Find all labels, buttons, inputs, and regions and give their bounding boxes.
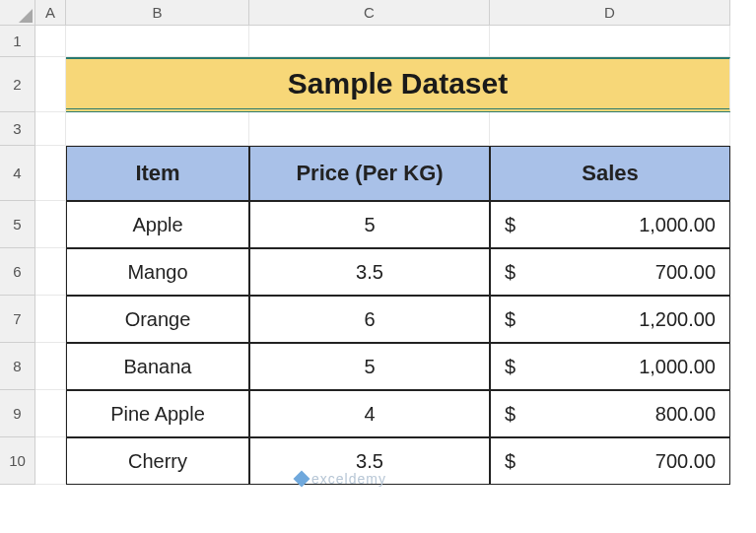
spreadsheet-grid: A B C D 1 2 Sample Dataset 3 4 Item Pric… [0, 0, 756, 485]
table-cell-price[interactable]: 3.5 [249, 248, 490, 296]
cell-C3[interactable] [249, 112, 490, 146]
sales-amount: 1,000.00 [639, 214, 716, 236]
currency-symbol: $ [505, 308, 515, 331]
cell-A6[interactable] [35, 248, 66, 296]
row-header-10[interactable]: 10 [0, 437, 35, 485]
sales-amount: 1,200.00 [639, 308, 716, 331]
table-cell-sales[interactable]: $ 1,000.00 [490, 201, 730, 248]
row-header-2[interactable]: 2 [0, 57, 35, 112]
title-cell[interactable]: Sample Dataset [66, 57, 730, 112]
cell-A2[interactable] [35, 57, 66, 112]
col-header-A[interactable]: A [35, 0, 66, 26]
cell-D3[interactable] [490, 112, 730, 146]
table-cell-price[interactable]: 3.5 [249, 437, 490, 485]
cell-A8[interactable] [35, 343, 66, 390]
sales-amount: 700.00 [655, 450, 716, 473]
cell-A7[interactable] [35, 296, 66, 343]
cell-A5[interactable] [35, 201, 66, 248]
table-cell-sales[interactable]: $ 1,200.00 [490, 296, 730, 343]
table-cell-sales[interactable]: $ 700.00 [490, 437, 730, 485]
row-header-6[interactable]: 6 [0, 248, 35, 296]
svg-marker-0 [19, 9, 33, 23]
row-header-8[interactable]: 8 [0, 343, 35, 390]
cell-A3[interactable] [35, 112, 66, 146]
cell-A10[interactable] [35, 437, 66, 485]
table-header-sales[interactable]: Sales [490, 146, 730, 201]
currency-symbol: $ [505, 261, 515, 284]
row-header-4[interactable]: 4 [0, 146, 35, 201]
select-all-corner[interactable] [0, 0, 35, 26]
table-cell-sales[interactable]: $ 700.00 [490, 248, 730, 296]
table-header-price[interactable]: Price (Per KG) [249, 146, 490, 201]
col-header-D[interactable]: D [490, 0, 730, 26]
cell-A1[interactable] [35, 26, 66, 57]
table-cell-price[interactable]: 4 [249, 390, 490, 437]
table-cell-item[interactable]: Mango [66, 248, 249, 296]
table-cell-price[interactable]: 5 [249, 201, 490, 248]
currency-symbol: $ [505, 214, 515, 236]
cell-B1[interactable] [66, 26, 249, 57]
col-header-B[interactable]: B [66, 0, 249, 26]
cell-B3[interactable] [66, 112, 249, 146]
cell-A9[interactable] [35, 390, 66, 437]
table-cell-sales[interactable]: $ 1,000.00 [490, 343, 730, 390]
table-cell-item[interactable]: Apple [66, 201, 249, 248]
table-cell-item[interactable]: Cherry [66, 437, 249, 485]
row-header-7[interactable]: 7 [0, 296, 35, 343]
currency-symbol: $ [505, 450, 515, 473]
table-cell-item[interactable]: Pine Apple [66, 390, 249, 437]
table-cell-price[interactable]: 5 [249, 343, 490, 390]
sales-amount: 700.00 [655, 261, 716, 284]
row-header-9[interactable]: 9 [0, 390, 35, 437]
table-header-item[interactable]: Item [66, 146, 249, 201]
table-cell-item[interactable]: Banana [66, 343, 249, 390]
row-header-3[interactable]: 3 [0, 112, 35, 146]
currency-symbol: $ [505, 356, 515, 378]
currency-symbol: $ [505, 403, 515, 426]
sales-amount: 1,000.00 [639, 356, 716, 378]
col-header-C[interactable]: C [249, 0, 490, 26]
sales-amount: 800.00 [655, 403, 716, 426]
cell-D1[interactable] [490, 26, 730, 57]
row-header-1[interactable]: 1 [0, 26, 35, 57]
row-header-5[interactable]: 5 [0, 201, 35, 248]
cell-C1[interactable] [249, 26, 490, 57]
table-cell-sales[interactable]: $ 800.00 [490, 390, 730, 437]
table-cell-item[interactable]: Orange [66, 296, 249, 343]
table-cell-price[interactable]: 6 [249, 296, 490, 343]
cell-A4[interactable] [35, 146, 66, 201]
